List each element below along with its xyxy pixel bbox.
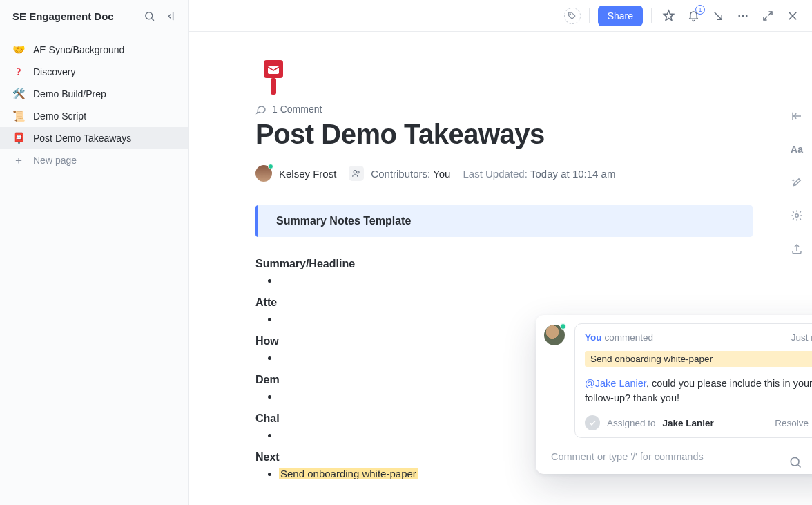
author-chip[interactable]: Kelsey Frost <box>255 165 336 182</box>
page-title[interactable]: Post Demo Takeaways <box>255 119 753 150</box>
callout-block[interactable]: Summary Notes Template <box>255 205 753 237</box>
list-item[interactable] <box>279 274 753 287</box>
commenter-avatar <box>544 325 565 345</box>
new-page-label: New page <box>33 155 77 166</box>
sidebar-item-post-demo-takeaways[interactable]: 📮 Post Demo Takeaways <box>0 127 188 149</box>
last-updated: Last Updated: Today at 10:14 am <box>463 168 615 180</box>
comment-verb: commented <box>605 332 654 343</box>
svg-point-21 <box>791 457 799 466</box>
comment-count-text: 1 Comment <box>272 104 322 115</box>
last-updated-label: Last Updated: <box>463 168 527 180</box>
divider <box>589 8 590 23</box>
svg-rect-13 <box>268 66 279 74</box>
svg-point-15 <box>354 171 357 173</box>
mention[interactable]: @Jake Lanier <box>585 378 646 389</box>
notification-count: 1 <box>695 5 705 15</box>
callout-text: Summary Notes Template <box>276 215 411 227</box>
topbar: Share 1 <box>189 0 812 32</box>
sidebar: SE Engagement Doc 🤝 AE Sync/Background ?… <box>0 0 189 505</box>
export-icon[interactable] <box>789 240 805 257</box>
contributors-icon <box>349 166 364 181</box>
sidebar-item-discovery[interactable]: ? Discovery <box>0 61 188 83</box>
last-updated-value: Today at 10:14 am <box>530 168 615 180</box>
svg-point-0 <box>145 12 152 19</box>
sidebar-item-label: Demo Script <box>33 111 86 122</box>
automation-icon[interactable] <box>789 207 805 224</box>
section-heading: Atte <box>255 296 753 309</box>
svg-rect-14 <box>271 78 276 95</box>
assigned-label: Assigned to <box>607 418 656 428</box>
tags-button[interactable] <box>564 8 581 24</box>
comment-quote: Send onboarding white-paper <box>585 351 812 367</box>
doc-workspace-title: SE Engagement Doc <box>12 10 135 22</box>
comment-count[interactable]: 1 Comment <box>255 104 753 115</box>
contributors-value: You <box>433 168 450 180</box>
document: 1 Comment Post Demo Takeaways Kelsey Fro… <box>255 32 753 480</box>
svg-point-16 <box>357 171 360 174</box>
svg-marker-4 <box>664 10 673 20</box>
comment-popover: You commented Just now Send onboarding w… <box>536 315 812 474</box>
svg-line-8 <box>768 12 772 15</box>
svg-point-5 <box>738 15 740 17</box>
sidebar-nav: 🤝 AE Sync/Background ? Discovery 🛠️ Demo… <box>0 32 188 171</box>
svg-point-3 <box>570 14 570 15</box>
collapse-sidebar-icon[interactable] <box>164 8 179 23</box>
contributors-chip[interactable]: Contributors: You <box>349 166 450 181</box>
right-rail: Aa <box>782 32 812 505</box>
svg-line-1 <box>151 18 153 20</box>
comment-icon <box>255 104 267 115</box>
assigned-check-icon <box>585 415 600 430</box>
svg-line-9 <box>764 16 767 19</box>
comment-body: @Jake Lanier, could you please include t… <box>585 377 812 406</box>
sidebar-item-demo-build[interactable]: 🛠️ Demo Build/Prep <box>0 83 188 105</box>
author-avatar <box>255 165 272 182</box>
comment-input[interactable] <box>551 451 812 462</box>
comment-card: You commented Just now Send onboarding w… <box>574 323 812 438</box>
svg-line-22 <box>798 465 801 468</box>
author-name: Kelsey Frost <box>279 168 336 180</box>
svg-point-19 <box>795 214 799 218</box>
ai-sparkle-icon[interactable] <box>789 174 805 191</box>
sidebar-item-label: AE Sync/Background <box>33 44 124 55</box>
comment-author: You <box>585 332 602 343</box>
sidebar-header: SE Engagement Doc <box>0 0 188 32</box>
question-icon: ? <box>12 66 25 78</box>
share-button[interactable]: Share <box>598 6 643 26</box>
comment-header: You commented Just now <box>585 332 812 343</box>
contributors-label: Contributors: <box>371 168 430 180</box>
sidebar-item-label: Discovery <box>33 66 75 77</box>
search-icon[interactable] <box>142 8 157 23</box>
section-heading: Summary/Headline <box>255 258 753 270</box>
main-content: 1 Comment Post Demo Takeaways Kelsey Fro… <box>189 32 812 505</box>
expand-icon[interactable] <box>760 8 776 24</box>
find-in-page-icon[interactable] <box>786 452 805 472</box>
download-icon[interactable] <box>710 8 726 24</box>
typography-icon[interactable]: Aa <box>789 141 805 158</box>
sidebar-item-ae-sync[interactable]: 🤝 AE Sync/Background <box>0 39 188 61</box>
sidebar-item-label: Demo Build/Prep <box>33 88 106 99</box>
notification-bell-icon[interactable]: 1 <box>685 8 702 24</box>
new-page-button[interactable]: ＋ New page <box>0 149 188 171</box>
plus-icon: ＋ <box>12 153 25 168</box>
doc-meta: Kelsey Frost Contributors: You Last Upda… <box>255 165 753 182</box>
svg-point-6 <box>742 15 744 17</box>
tools-icon: 🛠️ <box>12 88 25 100</box>
outdent-icon[interactable] <box>789 108 805 124</box>
comment-input-row <box>544 448 812 466</box>
sidebar-item-demo-script[interactable]: 📜 Demo Script <box>0 105 188 127</box>
handshake-icon: 🤝 <box>12 44 25 56</box>
highlighted-text: Send onboarding white-paper <box>279 468 418 479</box>
assignee-name: Jake Lanier <box>663 418 714 428</box>
sidebar-item-label: Post Demo Takeaways <box>33 133 131 144</box>
comment-footer: Assigned to Jake Lanier Resolve <box>585 415 812 430</box>
scroll-icon: 📜 <box>12 110 25 122</box>
svg-point-7 <box>746 15 748 17</box>
divider <box>651 8 652 23</box>
page-emoji[interactable] <box>255 58 291 97</box>
close-icon[interactable] <box>784 8 801 24</box>
postbox-icon: 📮 <box>12 132 25 144</box>
favorite-star-icon[interactable] <box>660 8 677 24</box>
more-menu-icon[interactable] <box>735 8 751 24</box>
